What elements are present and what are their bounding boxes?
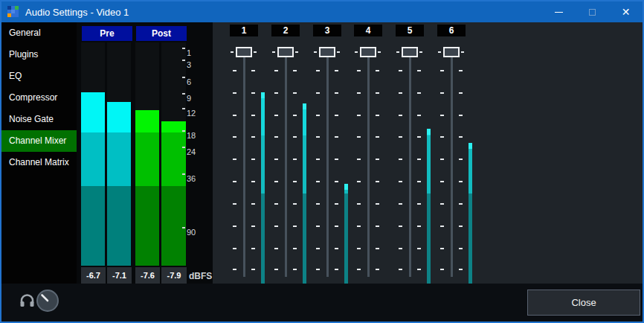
headphones-icon[interactable]: [19, 293, 35, 308]
channel-6-fader-track[interactable]: [451, 48, 453, 277]
meter-level-segment: [107, 186, 131, 266]
channel-6-fader-handle[interactable]: [443, 47, 460, 57]
fader-tick: [335, 181, 338, 182]
fader-tick: [459, 115, 463, 116]
fader-tick: [399, 159, 402, 160]
fader-tick: [399, 92, 402, 94]
sidebar-item-channel-matrix[interactable]: Channel Matrix: [1, 152, 77, 173]
fader-tick: [251, 136, 255, 138]
fader-tick: [251, 181, 255, 182]
close-button[interactable]: Close: [527, 290, 640, 316]
fader-tick: [357, 203, 361, 205]
channel-4-fader-track[interactable]: [367, 48, 370, 277]
scale-tick: [182, 77, 185, 78]
scale-tick: [182, 48, 185, 49]
sidebar-item-channel-mixer[interactable]: Channel Mixer: [1, 130, 77, 152]
meter-level-segment: [81, 132, 105, 186]
sidebar-item-compressor[interactable]: Compressor: [1, 87, 77, 109]
channel-3-fader-handle[interactable]: [319, 47, 335, 57]
fader-tick: [459, 70, 463, 71]
fader-tick: [357, 92, 361, 94]
sidebar-item-noise-gate[interactable]: Noise Gate: [1, 109, 77, 130]
handle-tick: [461, 51, 464, 53]
minimize-button[interactable]: [542, 1, 576, 22]
fader-tick: [440, 203, 444, 205]
fader-tick: [335, 159, 338, 160]
fader-tick: [440, 181, 444, 182]
titlebar: Audio Settings - Video 1 ✕: [1, 1, 643, 22]
fader-tick: [417, 248, 421, 249]
fader-tick: [233, 269, 236, 270]
monitor-knob[interactable]: [36, 289, 59, 313]
handle-tick: [295, 51, 298, 53]
fader-tick: [274, 181, 278, 182]
app-icon-square: [15, 13, 19, 17]
fader-tick: [251, 226, 255, 227]
fader-tick: [251, 115, 255, 116]
maximize-button[interactable]: [576, 1, 609, 22]
fader-tick: [274, 248, 278, 249]
post-value-1: -7.6: [135, 267, 160, 284]
fader-tick: [399, 70, 402, 71]
channel-3-meter-segment: [344, 194, 348, 284]
fader-tick: [293, 136, 297, 138]
dbfs-unit-label: dBFS: [189, 271, 212, 281]
fader-tick: [440, 92, 444, 94]
fader-tick: [459, 248, 463, 249]
fader-tick: [251, 248, 255, 249]
post-meter-2: [161, 42, 186, 266]
fader-tick: [316, 181, 320, 182]
fader-tick: [357, 115, 361, 116]
sidebar-item-eq[interactable]: EQ: [1, 65, 77, 87]
fader-tick: [459, 226, 463, 227]
handle-tick: [419, 51, 422, 53]
channel-2-fader-track[interactable]: [285, 48, 287, 277]
channel-3-meter-peak: [344, 184, 348, 190]
channel-1-fader-track[interactable]: [243, 48, 245, 277]
meter-group-header-pre: Pre: [82, 26, 132, 41]
channel-5-fader-track[interactable]: [409, 48, 411, 277]
fader-tick: [233, 248, 236, 249]
fader-tick: [233, 203, 236, 205]
sidebar-item-plugins[interactable]: Plugins: [1, 44, 77, 65]
fader-tick: [440, 70, 444, 71]
meter-level-segment: [161, 132, 186, 186]
fader-tick: [316, 203, 320, 205]
handle-tick: [231, 51, 234, 53]
channel-5-fader-handle[interactable]: [402, 47, 418, 57]
handle-tick: [254, 51, 257, 53]
fader-tick: [399, 181, 402, 182]
fader-tick: [357, 181, 361, 182]
pre-value-2: -7.1: [107, 267, 132, 284]
fader-tick: [357, 136, 361, 138]
fader-tick: [251, 269, 255, 270]
channel-2-fader-handle[interactable]: [277, 47, 294, 57]
channel-fader-panel: 123456: [213, 22, 643, 284]
scale-tick-label: 90: [187, 228, 196, 237]
channel-5-meter-segment: [427, 135, 431, 194]
sidebar-item-label: Compressor: [9, 92, 57, 103]
channel-1-meter-segment: [261, 98, 265, 135]
footer-bar: Close: [1, 284, 643, 322]
handle-tick: [396, 51, 399, 53]
fader-tick: [440, 136, 444, 138]
meter-level-segment: [135, 186, 159, 266]
sidebar-item-general[interactable]: General: [1, 22, 77, 44]
channel-4-fader-handle[interactable]: [360, 47, 376, 57]
fader-tick: [357, 226, 361, 227]
channel-3-fader-track[interactable]: [326, 48, 329, 277]
fader-tick: [335, 226, 338, 227]
post-value-2: -7.9: [161, 267, 187, 284]
fader-tick: [459, 159, 463, 160]
scale-tick: [182, 60, 185, 61]
channel-6-meter-segment: [468, 194, 472, 284]
fader-tick: [233, 226, 236, 227]
fader-tick: [316, 92, 320, 94]
fader-tick: [459, 181, 463, 182]
titlebar-close-button[interactable]: ✕: [609, 1, 643, 22]
fader-tick: [376, 115, 379, 116]
channel-2-meter-peak: [303, 103, 306, 109]
channel-1-fader-handle[interactable]: [236, 47, 252, 57]
channel-header-4: 4: [354, 25, 382, 36]
fader-tick: [376, 136, 379, 138]
